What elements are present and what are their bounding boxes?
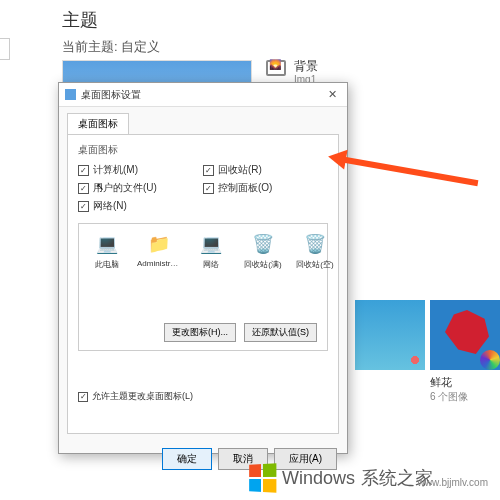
folder-icon: 📁	[147, 232, 171, 256]
checkbox-label: 回收站(R)	[218, 163, 262, 177]
icon-preview-list: 💻 此电脑 📁 Administrat... 💻 网络 🗑️ 回收站(满) 🗑️	[78, 223, 328, 351]
checkbox-label: 用户的文件(U)	[93, 181, 157, 195]
recycle-full-icon: 🗑️	[251, 232, 275, 256]
restore-default-button[interactable]: 还原默认值(S)	[244, 323, 317, 342]
page-title: 主题	[62, 8, 98, 32]
desktop-icons-dialog: 桌面图标设置 ✕ 桌面图标 桌面图标 ✓ 计算机(M) ✓ 回收站(R) ✓ 用…	[58, 82, 348, 454]
search-input[interactable]	[0, 38, 10, 60]
checkbox-label: 网络(N)	[93, 199, 127, 213]
change-icon-button[interactable]: 更改图标(H)...	[164, 323, 236, 342]
pc-icon: 💻	[95, 232, 119, 256]
checkbox-computer[interactable]: ✓ 计算机(M)	[78, 163, 203, 177]
watermark-text: Windows	[282, 468, 355, 489]
icon-label: 回收站(空)	[293, 259, 337, 270]
checkbox-icon: ✓	[78, 165, 89, 176]
recycle-empty-icon: 🗑️	[303, 232, 327, 256]
checkbox-network[interactable]: ✓ 网络(N)	[78, 199, 328, 213]
icon-item-network[interactable]: 💻 网络	[189, 232, 233, 270]
theme-color-wheel	[480, 350, 500, 370]
icon-label: 回收站(满)	[241, 259, 285, 270]
checkbox-allow-theme-change[interactable]: ✓ 允许主题更改桌面图标(L)	[78, 390, 193, 403]
tab-desktop-icons[interactable]: 桌面图标	[67, 113, 129, 134]
icon-label: 网络	[189, 259, 233, 270]
dialog-icon	[65, 89, 76, 100]
theme-name: 鲜花	[430, 375, 452, 390]
dialog-body: 桌面图标 ✓ 计算机(M) ✓ 回收站(R) ✓ 用户的文件(U) ✓ 控制面板…	[67, 134, 339, 434]
checkbox-label: 计算机(M)	[93, 163, 138, 177]
icon-item-recycle-full[interactable]: 🗑️ 回收站(满)	[241, 232, 285, 270]
checkbox-label: 允许主题更改桌面图标(L)	[92, 390, 193, 403]
checkbox-label: 控制面板(O)	[218, 181, 272, 195]
checkbox-icon: ✓	[78, 183, 89, 194]
image-icon	[266, 60, 286, 76]
watermark: Windows 系统之家	[248, 464, 433, 492]
group-label: 桌面图标	[78, 143, 328, 157]
windows-logo-icon	[249, 463, 276, 493]
background-label[interactable]: 背景	[294, 58, 318, 75]
theme-color-dot	[405, 350, 425, 370]
current-theme-label: 当前主题: 自定义	[62, 38, 160, 56]
checkbox-icon: ✓	[78, 201, 89, 212]
dialog-titlebar: 桌面图标设置 ✕	[59, 83, 347, 107]
checkbox-icon: ✓	[78, 392, 88, 402]
close-button[interactable]: ✕	[324, 88, 341, 101]
icon-item-this-pc[interactable]: 💻 此电脑	[85, 232, 129, 270]
icon-item-recycle-empty[interactable]: 🗑️ 回收站(空)	[293, 232, 337, 270]
ok-button[interactable]: 确定	[162, 448, 212, 470]
checkbox-icon: ✓	[203, 183, 214, 194]
checkbox-user-files[interactable]: ✓ 用户的文件(U)	[78, 181, 203, 195]
icon-item-user[interactable]: 📁 Administrat...	[137, 232, 181, 270]
watermark-url: www.bjjmlv.com	[418, 477, 488, 488]
checkbox-recycle-bin[interactable]: ✓ 回收站(R)	[203, 163, 328, 177]
checkbox-control-panel[interactable]: ✓ 控制面板(O)	[203, 181, 328, 195]
icon-label: Administrat...	[137, 259, 181, 268]
dialog-title: 桌面图标设置	[81, 88, 324, 102]
icon-label: 此电脑	[85, 259, 129, 270]
network-icon: 💻	[199, 232, 223, 256]
theme-image-count: 6 个图像	[430, 390, 468, 404]
checkbox-icon: ✓	[203, 165, 214, 176]
